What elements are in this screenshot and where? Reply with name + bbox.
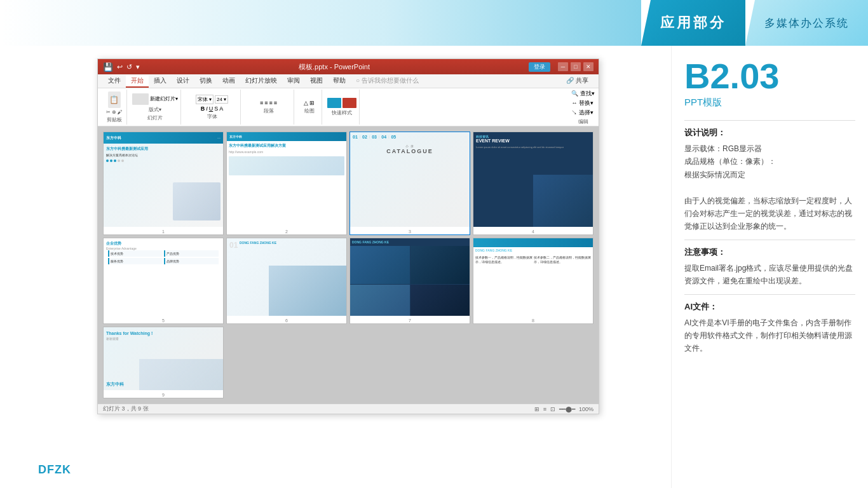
ribbon-cut[interactable]: ✂: [106, 109, 111, 115]
tab-view[interactable]: 视图: [305, 75, 328, 88]
ppt-login-btn[interactable]: 登录: [529, 62, 550, 72]
ribbon-group-paragraph: ≡ ≡ ≡ ≡ 段落: [243, 90, 294, 125]
slide2-header-text: 东方中科: [229, 135, 242, 139]
close-button[interactable]: ✕: [583, 62, 593, 71]
ppt-ribbon-tabs: 文件 开始 插入 设计 切换 动画 幻灯片放映 审阅 视图 帮助 ○ 告诉我你想…: [98, 74, 599, 88]
slide9-sub: 谢谢观看: [104, 337, 223, 341]
justify-btn[interactable]: ≡: [274, 100, 277, 106]
slide6-number-label: 6: [285, 318, 288, 323]
share-button[interactable]: 🔗 共享: [561, 75, 593, 88]
slide-thumb-9[interactable]: Thanks for Watching ! 谢谢观看 东方中科 9: [103, 327, 224, 398]
slide5-item2: 产品优势: [164, 250, 219, 257]
ribbon-format[interactable]: 🖌: [118, 109, 123, 115]
slide3-nums: 01 | 02 | 03 | 04 | 05: [350, 132, 470, 139]
catalogue-text: CATALOGUE: [353, 148, 467, 154]
align-left-btn[interactable]: ≡: [260, 100, 263, 106]
slide4-body: 科技资讯 EVENT REVIEW Lorem ipsum dolor sit …: [473, 132, 593, 152]
slide3-number: 3: [409, 229, 411, 234]
slide6-car-image: [269, 266, 346, 316]
tab-search[interactable]: ○ 告诉我你想要做什么: [351, 75, 424, 88]
tab-animation[interactable]: 动画: [217, 75, 240, 88]
font-label: 字体: [207, 113, 217, 120]
style1-btn[interactable]: [327, 98, 341, 108]
note-text: 提取Email署名.jpg格式，应该尽量使用提供的光盘资源文件，避免在重绘中出现…: [684, 262, 855, 288]
style2-btn[interactable]: [342, 98, 356, 108]
select-btn[interactable]: ↘ 选择▾: [571, 109, 595, 117]
arrange-btn[interactable]: ⊞: [309, 100, 315, 106]
clipboard-label: 剪贴板: [107, 116, 122, 123]
align-right-btn[interactable]: ≡: [269, 100, 273, 106]
slide-thumb-3[interactable]: 01 | 02 | 03 | 04 | 05 小 录 CATALOG: [349, 132, 470, 235]
header-section-main: 应用部分: [641, 0, 745, 46]
tab-file[interactable]: 文件: [103, 75, 126, 88]
shadow-btn[interactable]: A: [219, 105, 223, 112]
strikethrough-btn[interactable]: S: [214, 105, 218, 112]
info-type: PPT模版: [684, 97, 855, 109]
edit-label: 编辑: [571, 118, 595, 125]
slide-thumb-1[interactable]: 东方中科 ··· 东方中科携最新测试应用 解决方案亮相本次论坛 1: [103, 132, 224, 235]
slide1-nav: ···: [217, 136, 220, 140]
slide-thumb-7[interactable]: DONG FANG ZHONG KE 7: [349, 238, 470, 325]
ribbon-copy[interactable]: ⊕: [112, 109, 116, 115]
slide3-catalogue-label: 小 录 CATALOGUE: [350, 139, 470, 156]
align-center-btn[interactable]: ≡: [264, 100, 268, 106]
design-text: 显示载体：RGB显示器 成品规格（单位：像素）： 根据实际情况而定 由于人的视觉…: [684, 142, 855, 233]
new-slide-btn[interactable]: [132, 93, 149, 105]
tab-review[interactable]: 审阅: [282, 75, 305, 88]
paragraph-label: 段落: [264, 107, 274, 114]
slide2-url: http://www.example.com: [229, 150, 344, 154]
tab-transition[interactable]: 切换: [194, 75, 217, 88]
maximize-button[interactable]: □: [571, 62, 581, 71]
slide-thumb-4[interactable]: 科技资讯 EVENT REVIEW Lorem ipsum dolor sit …: [473, 132, 593, 235]
ppt-slide-grid: 东方中科 ··· 东方中科携最新测试应用 解决方案亮相本次论坛 1: [98, 126, 599, 403]
slide2-number: 2: [285, 229, 288, 234]
right-panel: B2.03 PPT模版 设计说明： 显示载体：RGB显示器 成品规格（单位：像素…: [671, 46, 868, 488]
paste-button[interactable]: 📋: [108, 92, 121, 108]
note-title: 注意事项：: [684, 247, 855, 258]
divider-1: [684, 120, 855, 121]
slide5-number: 5: [162, 318, 165, 323]
slide8-number: 8: [532, 318, 534, 323]
replace-btn[interactable]: ↔ 替换▾: [571, 99, 595, 107]
new-slide-label[interactable]: 新建幻灯片▾: [150, 95, 178, 102]
slide1-logo: 东方中科: [106, 135, 121, 141]
tab-home[interactable]: 开始: [126, 75, 149, 88]
italic-btn[interactable]: I: [206, 105, 208, 112]
view-outline-btn[interactable]: ≡: [543, 406, 546, 412]
layout-btn[interactable]: 版式▾: [149, 106, 161, 113]
zoom-slider[interactable]: ━━⬤━: [559, 406, 575, 412]
view-slide-btn[interactable]: ⊡: [550, 406, 555, 412]
slide-thumb-2[interactable]: 东方中科 东方中科携最新测试应用解决方案 http://www.example.…: [226, 132, 347, 235]
ppt-window: 💾 ↩ ↺ ▾ 模板.pptx - PowerPoint 登录 ─ □ ✕ 文件…: [97, 58, 599, 414]
underline-btn[interactable]: U: [209, 105, 214, 112]
bold-btn[interactable]: B: [201, 105, 205, 112]
shape-btn[interactable]: △: [304, 100, 308, 106]
drawing-label: 绘图: [304, 107, 315, 114]
info-code: B2.03: [684, 58, 855, 94]
header-main-title: 应用部分: [660, 13, 726, 32]
font-select[interactable]: 宋体 ▾: [196, 95, 214, 104]
tab-slideshow[interactable]: 幻灯片放映: [240, 75, 282, 88]
slide1-image: [173, 182, 220, 220]
slide-thumb-6[interactable]: 01 DONG FANG ZHONG KE 6: [226, 238, 347, 325]
header-sub-title: 多媒体办公系统: [764, 16, 849, 30]
slide4-number: 4: [532, 229, 534, 234]
find-btn[interactable]: 🔍 查找▾: [571, 90, 595, 98]
tab-design[interactable]: 设计: [172, 75, 194, 88]
slide-thumb-5[interactable]: 企业优势 Enterprise Advantage 技术优势 产品优势 服务优势…: [103, 238, 224, 325]
slide8-body: 技术参数一，产品规格说明，性能数据展示，详细信息描述。 技术参数二，产品规格说明…: [473, 254, 593, 266]
slide1-title: 东方中科携最新测试应用: [106, 146, 220, 152]
slide-thumb-8[interactable]: DONG FANG ZHONG KE 技术参数一，产品规格说明，性能数据展示，详…: [473, 238, 593, 325]
slide4-body-text: Lorem ipsum dolor sit amet consectetur a…: [476, 146, 590, 149]
slides-label: 幻灯片: [147, 114, 163, 121]
view-normal-btn[interactable]: ⊞: [534, 406, 539, 412]
design-title: 设计说明：: [684, 127, 855, 139]
font-size[interactable]: 24 ▾: [215, 95, 228, 104]
tab-help[interactable]: 帮助: [328, 75, 351, 88]
ppt-ribbon: 📋 ✂ ⊕ 🖌 剪贴板 新建幻灯片▾ 版式▾ 幻灯片: [98, 88, 599, 126]
ribbon-group-edit: 🔍 查找▾ ↔ 替换▾ ↘ 选择▾ 编辑: [571, 90, 595, 125]
tab-insert[interactable]: 插入: [149, 75, 172, 88]
slide9-bg: [139, 359, 223, 390]
minimize-button[interactable]: ─: [558, 62, 568, 71]
ribbon-group-clipboard: 📋 ✂ ⊕ 🖌 剪贴板: [102, 90, 127, 125]
